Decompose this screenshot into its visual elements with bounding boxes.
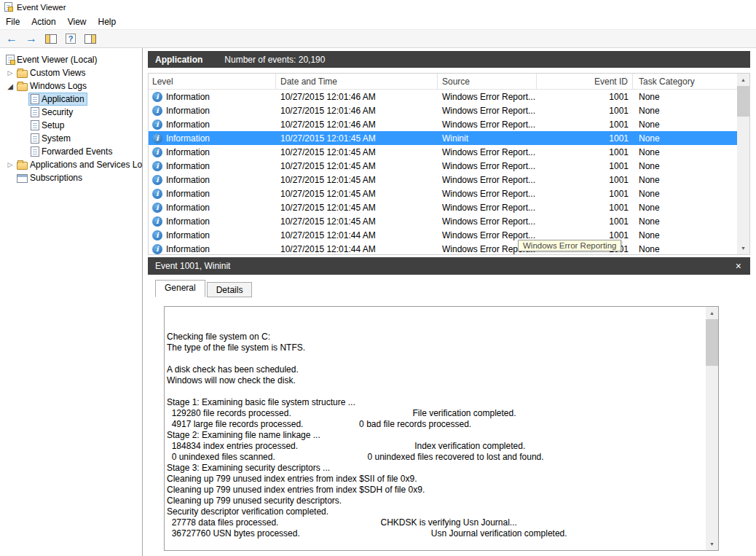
tree-item-label: Event Viewer (Local)	[15, 55, 98, 65]
tree-item-applications-and-services-lo[interactable]: ▷Applications and Services Lo	[0, 158, 142, 171]
column-header-level[interactable]: Level	[149, 74, 276, 89]
cell-source: Windows Error Report...	[438, 175, 537, 185]
event-row[interactable]: iInformation10/27/2015 12:01:46 AMWindow…	[149, 90, 737, 103]
folder-icon	[17, 83, 28, 91]
event-row[interactable]: iInformation10/27/2015 12:01:46 AMWindow…	[149, 117, 737, 131]
tree-item-custom-views[interactable]: ▷Custom Views	[0, 66, 142, 79]
cell-source: Windows Error Report...	[438, 216, 537, 227]
help-icon: ?	[66, 34, 76, 44]
cell-date-time: 10/27/2015 12:01:45 AM	[276, 203, 438, 213]
show-action-pane-button[interactable]	[82, 31, 98, 47]
event-row[interactable]: iInformation10/27/2015 12:01:44 AMWindow…	[149, 228, 737, 242]
scroll-down-icon[interactable]: ▼	[706, 538, 718, 550]
tree-item-label: Custom Views	[28, 68, 85, 78]
cell-task-category: None	[633, 147, 737, 157]
message-line: 129280 file records processed. File veri…	[167, 408, 703, 419]
event-row[interactable]: iInformation10/27/2015 12:01:45 AMWinini…	[149, 131, 737, 145]
cell-event-id: 1001	[537, 92, 633, 102]
event-row[interactable]: iInformation10/27/2015 12:01:45 AMWindow…	[149, 159, 737, 173]
event-row[interactable]: iInformation10/27/2015 12:01:45 AMWindow…	[149, 214, 737, 228]
cell-task-category: None	[633, 175, 737, 185]
cell-level: iInformation	[149, 203, 276, 213]
event-row[interactable]: iInformation10/27/2015 12:01:44 AMWindow…	[149, 242, 737, 254]
expander-collapsed-icon[interactable]: ▷	[4, 161, 16, 168]
table-header: LevelDate and TimeSourceEvent IDTask Cat…	[149, 74, 737, 90]
expander-collapsed-icon[interactable]: ▷	[4, 69, 16, 77]
message-line: 184834 index entries processed. Index ve…	[167, 441, 703, 452]
event-row[interactable]: iInformation10/27/2015 12:01:46 AMWindow…	[149, 103, 737, 117]
tab-details[interactable]: Details	[207, 282, 253, 297]
scroll-down-icon[interactable]: ▼	[737, 242, 749, 254]
tree-item-event-viewer-local[interactable]: Event Viewer (Local)	[0, 53, 142, 66]
cell-level: iInformation	[149, 244, 276, 254]
cell-task-category: None	[633, 189, 737, 199]
level-text: Information	[166, 175, 210, 185]
pane-splitter[interactable]	[143, 48, 148, 556]
tree-item-application[interactable]: Application	[0, 93, 142, 106]
event-row[interactable]: iInformation10/27/2015 12:01:45 AMWindow…	[149, 200, 737, 214]
tree-item-content: Event Viewer (Local)	[4, 54, 100, 66]
menu-action[interactable]: Action	[25, 15, 61, 28]
close-icon[interactable]: ×	[734, 261, 743, 271]
event-row[interactable]: iInformation10/27/2015 12:01:45 AMWindow…	[149, 187, 737, 200]
message-scroll-thumb[interactable]	[706, 319, 718, 366]
expander-expanded-icon[interactable]: ◢	[4, 82, 16, 90]
cell-level: iInformation	[149, 189, 276, 199]
level-text: Information	[166, 161, 210, 171]
tree-item-system[interactable]: System	[0, 132, 142, 145]
event-row[interactable]: iInformation10/27/2015 12:01:45 AMWindow…	[149, 145, 737, 159]
message-line	[167, 353, 703, 364]
message-line: Security descriptor verification complet…	[167, 506, 703, 517]
show-console-tree-button[interactable]	[43, 31, 59, 47]
cell-date-time: 10/27/2015 12:01:45 AM	[276, 189, 438, 199]
tree-item-security[interactable]: Security	[0, 106, 142, 119]
tree-item-setup[interactable]: Setup	[0, 119, 142, 132]
column-header-date-and-time[interactable]: Date and Time	[276, 74, 438, 89]
tree-item-label: Forwarded Events	[39, 146, 112, 157]
cell-level: iInformation	[149, 147, 276, 157]
event-row[interactable]: iInformation10/27/2015 12:01:45 AMWindow…	[149, 173, 737, 187]
tree-item-subscriptions[interactable]: Subscriptions	[0, 171, 142, 184]
message-line: Checking file system on C:	[167, 332, 703, 342]
cell-date-time: 10/27/2015 12:01:45 AM	[276, 175, 438, 185]
level-text: Information	[166, 106, 210, 116]
menu-view[interactable]: View	[62, 15, 92, 28]
cell-event-id: 1001	[537, 203, 633, 213]
list-scrollbar[interactable]: ▲ ▼	[737, 74, 749, 254]
tree-item-content: Applications and Services Lo	[16, 159, 143, 171]
cell-task-category: None	[633, 92, 737, 102]
tree-item-windows-logs[interactable]: ◢Windows Logs	[0, 79, 142, 93]
app-icon	[4, 2, 12, 12]
help-button[interactable]: ?	[63, 31, 79, 47]
scroll-up-icon[interactable]: ▲	[737, 74, 749, 86]
message-scrollbar[interactable]: ▲ ▼	[706, 307, 718, 550]
menu-file[interactable]: File	[0, 15, 25, 28]
back-button[interactable]: ←	[4, 31, 20, 47]
folder-icon	[17, 70, 28, 78]
preview-header: Event 1001, Wininit ×	[148, 257, 750, 275]
column-header-task-category[interactable]: Task Category	[633, 74, 737, 89]
cell-event-id: 1001	[537, 230, 633, 240]
information-icon: i	[152, 244, 162, 254]
cell-level: iInformation	[149, 92, 276, 102]
column-header-event-id[interactable]: Event ID	[537, 74, 633, 89]
tree-item-forwarded-events[interactable]: Forwarded Events	[0, 145, 142, 158]
cell-level: iInformation	[149, 216, 276, 227]
cell-source: Windows Error Report...	[438, 203, 537, 213]
list-scroll-thumb[interactable]	[737, 86, 749, 117]
forward-button[interactable]: →	[23, 31, 39, 47]
cell-level: iInformation	[149, 175, 276, 185]
cell-source: Wininit	[438, 133, 537, 144]
information-icon: i	[152, 147, 162, 157]
tree-item-content: Custom Views	[16, 67, 87, 79]
column-header-source[interactable]: Source	[438, 74, 537, 89]
scroll-up-icon[interactable]: ▲	[706, 307, 718, 319]
cell-source: Windows Error Report...	[438, 189, 537, 199]
tab-general[interactable]: General	[155, 280, 205, 297]
cell-level: iInformation	[149, 120, 276, 130]
tree-item-label: Windows Logs	[28, 81, 87, 91]
cell-event-id: 1001	[537, 175, 633, 185]
menu-help[interactable]: Help	[92, 15, 122, 28]
console-tree: Event Viewer (Local)▷Custom Views◢Window…	[0, 48, 143, 556]
cell-event-id: 1001	[537, 133, 633, 144]
